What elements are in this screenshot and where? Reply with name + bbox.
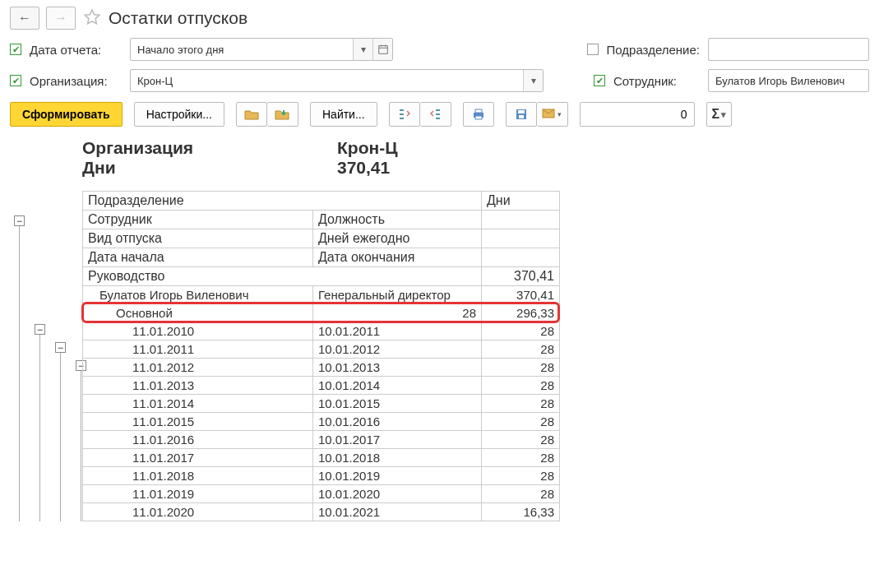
hdr-end: Дата окончания: [313, 248, 482, 267]
page-title: Остатки отпусков: [109, 8, 248, 28]
calendar-icon[interactable]: [372, 39, 392, 60]
period-start: 11.01.2013: [83, 377, 313, 395]
svg-rect-6: [400, 118, 404, 119]
dept-filter-input[interactable]: [708, 38, 869, 61]
settings-button-label: Настройки...: [146, 108, 212, 121]
period-days: 28: [482, 467, 560, 485]
period-row: 11.01.201610.01.201728: [83, 431, 560, 449]
period-row: 11.01.201510.01.201628: [83, 413, 560, 431]
date-filter-checkbox[interactable]: ✔: [10, 44, 21, 55]
tree-gutter: − − − −: [10, 135, 82, 521]
print-button[interactable]: [463, 102, 494, 127]
collapse-level-1[interactable]: −: [35, 324, 45, 335]
date-filter-value: Начало этого дня: [131, 39, 353, 60]
hdr-employee: Сотрудник: [83, 211, 313, 229]
period-end: 10.01.2012: [313, 340, 482, 359]
find-button[interactable]: Найти...: [310, 102, 377, 127]
summary-org-label: Организация: [82, 138, 337, 158]
period-end: 10.01.2019: [313, 467, 482, 485]
number-input[interactable]: [580, 102, 695, 127]
period-days: 28: [482, 395, 560, 413]
hdr-start: Дата начала: [83, 248, 313, 267]
expand-all-button[interactable]: [389, 102, 420, 127]
svg-rect-14: [518, 110, 525, 113]
org-filter-input[interactable]: Крон-Ц ▾: [130, 69, 544, 92]
hdr-days-year: Дней ежегодно: [313, 229, 482, 248]
favorite-star-icon[interactable]: [82, 7, 102, 30]
period-days: 28: [482, 359, 560, 377]
period-days: 16,33: [482, 503, 560, 521]
emp-name: Булатов Игорь Виленович: [83, 286, 313, 304]
svg-rect-5: [400, 113, 404, 115]
period-row: 11.01.201010.01.201128: [83, 322, 560, 340]
nav-back-button[interactable]: ←: [10, 7, 39, 30]
period-row: 11.01.201110.01.201228: [83, 340, 560, 359]
period-start: 11.01.2018: [83, 467, 313, 485]
hdr-vac-type: Вид отпуска: [83, 229, 313, 248]
emp-filter-input[interactable]: Булатов Игорь Виленович: [708, 69, 869, 92]
period-row: 11.01.201210.01.201328: [83, 359, 560, 377]
dept-filter-value: [709, 39, 868, 60]
period-end: 10.01.2016: [313, 413, 482, 431]
period-row: 11.01.201310.01.201428: [83, 377, 560, 395]
emp-filter-label: Сотрудник:: [613, 74, 700, 88]
period-start: 11.01.2014: [83, 395, 313, 413]
period-end: 10.01.2013: [313, 359, 482, 377]
svg-rect-9: [436, 118, 440, 119]
emp-filter-checkbox[interactable]: ✔: [594, 75, 605, 86]
summary-days-value: 370,41: [337, 158, 390, 178]
svg-rect-0: [378, 46, 387, 54]
dept-filter-checkbox[interactable]: ✔: [587, 44, 599, 55]
period-row: 11.01.201710.01.201828: [83, 449, 560, 467]
period-end: 10.01.2011: [313, 322, 482, 340]
generate-button[interactable]: Сформировать: [10, 102, 123, 127]
collapse-all-button[interactable]: [420, 102, 451, 127]
group-name: Руководство: [83, 267, 482, 286]
emp-position: Генеральный директор: [313, 286, 482, 304]
vac-per-year: 28: [313, 304, 482, 322]
vac-type: Основной: [83, 304, 313, 322]
svg-rect-8: [436, 113, 440, 115]
summary-org-value: Крон-Ц: [337, 138, 398, 158]
emp-days: 370,41: [482, 286, 560, 304]
period-row: 11.01.201810.01.201928: [83, 467, 560, 485]
email-button[interactable]: ▾: [537, 102, 568, 127]
period-start: 11.01.2012: [83, 359, 313, 377]
period-end: 10.01.2018: [313, 449, 482, 467]
org-dropdown-icon[interactable]: ▾: [523, 70, 543, 91]
sigma-button[interactable]: Σ ▾: [706, 102, 733, 127]
open-folder-button[interactable]: [236, 102, 267, 127]
period-end: 10.01.2017: [313, 431, 482, 449]
period-days: 28: [482, 377, 560, 395]
period-start: 11.01.2011: [83, 340, 313, 359]
date-dropdown-icon[interactable]: ▾: [353, 39, 372, 60]
hdr-position: Должность: [313, 211, 482, 229]
sigma-icon: Σ: [712, 107, 720, 122]
svg-rect-12: [475, 116, 482, 119]
save-folder-button[interactable]: [267, 102, 298, 127]
period-days: 28: [482, 485, 560, 503]
dept-filter-label: Подразделение:: [607, 43, 700, 57]
vac-days: 296,33: [482, 304, 560, 322]
nav-forward-button[interactable]: →: [46, 7, 76, 30]
chevron-down-icon: ▾: [557, 110, 562, 118]
report-table: Подразделение Дни Сотрудник Должность Ви…: [82, 191, 560, 521]
settings-button[interactable]: Настройки...: [134, 102, 224, 127]
chevron-down-icon: ▾: [721, 109, 726, 120]
org-filter-checkbox[interactable]: ✔: [10, 75, 21, 86]
collapse-level-0[interactable]: −: [14, 215, 25, 226]
svg-rect-4: [400, 109, 404, 111]
date-filter-input[interactable]: Начало этого дня ▾: [130, 38, 393, 61]
period-start: 11.01.2010: [83, 322, 313, 340]
svg-rect-7: [436, 109, 440, 111]
save-disk-button[interactable]: [506, 102, 537, 127]
collapse-level-2[interactable]: −: [55, 342, 66, 353]
svg-rect-11: [475, 109, 482, 113]
period-end: 10.01.2015: [313, 395, 482, 413]
summary-days-label: Дни: [82, 158, 337, 178]
period-start: 11.01.2016: [83, 431, 313, 449]
period-start: 11.01.2020: [83, 503, 313, 521]
period-days: 28: [482, 322, 560, 340]
org-filter-label: Организация:: [30, 74, 122, 88]
date-filter-label: Дата отчета:: [30, 43, 122, 57]
